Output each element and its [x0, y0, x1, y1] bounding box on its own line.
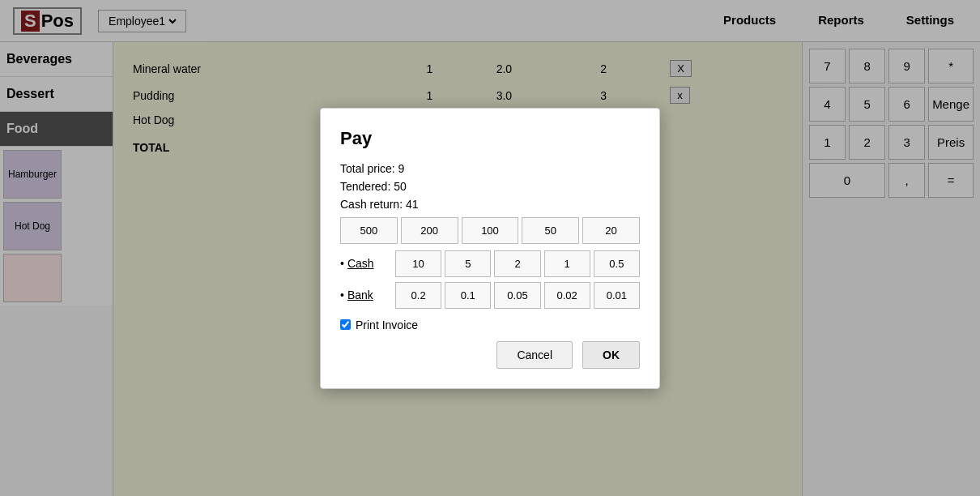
- cash-buttons-row2: 10 5 2 1 0.5: [395, 250, 640, 277]
- pay-0-01[interactable]: 0.01: [594, 282, 640, 309]
- print-invoice-checkbox[interactable]: [340, 319, 351, 330]
- pay-5[interactable]: 5: [445, 250, 491, 277]
- pay-100[interactable]: 100: [462, 217, 519, 244]
- pay-0-05[interactable]: 0.05: [494, 282, 540, 309]
- cash-bullet: •: [340, 257, 344, 270]
- cash-link[interactable]: Cash: [347, 257, 374, 270]
- modal-overlay: Pay Total price: 9 Tendered: 50 Cash ret…: [0, 0, 980, 496]
- pay-0-2[interactable]: 0.2: [395, 282, 441, 309]
- cash-buttons-row3: 0.2 0.1 0.05 0.02 0.01: [395, 282, 640, 309]
- pay-0-5[interactable]: 0.5: [594, 250, 640, 277]
- pay-10[interactable]: 10: [395, 250, 441, 277]
- print-row: Print Invoice: [340, 319, 640, 331]
- cash-label-wrapper: • Cash: [340, 257, 389, 270]
- total-price-info: Total price: 9: [340, 162, 640, 175]
- tendered-info: Tendered: 50: [340, 180, 640, 193]
- bank-label-wrapper: • Bank: [340, 289, 389, 301]
- pay-200[interactable]: 200: [401, 217, 458, 244]
- modal-title: Pay: [340, 128, 640, 149]
- pay-0-1[interactable]: 0.1: [445, 282, 491, 309]
- pay-20[interactable]: 20: [582, 217, 640, 244]
- pay-50[interactable]: 50: [522, 217, 579, 244]
- modal-footer: Cancel OK: [340, 341, 640, 369]
- cancel-button[interactable]: Cancel: [496, 341, 573, 369]
- cash-buttons-row1: 500 200 100 50 20: [340, 217, 640, 244]
- pay-1[interactable]: 1: [544, 250, 590, 277]
- cash-row: • Cash 10 5 2 1 0.5: [340, 250, 640, 277]
- print-invoice-label: Print Invoice: [356, 319, 418, 331]
- pay-500[interactable]: 500: [340, 217, 398, 244]
- ok-button[interactable]: OK: [582, 341, 640, 369]
- bank-bullet: •: [340, 289, 344, 301]
- pay-modal: Pay Total price: 9 Tendered: 50 Cash ret…: [320, 108, 660, 389]
- cash-return-info: Cash return: 41: [340, 198, 640, 211]
- pay-2[interactable]: 2: [494, 250, 540, 277]
- bank-link[interactable]: Bank: [347, 289, 373, 301]
- bank-row: • Bank 0.2 0.1 0.05 0.02 0.01: [340, 282, 640, 309]
- pay-0-02[interactable]: 0.02: [544, 282, 590, 309]
